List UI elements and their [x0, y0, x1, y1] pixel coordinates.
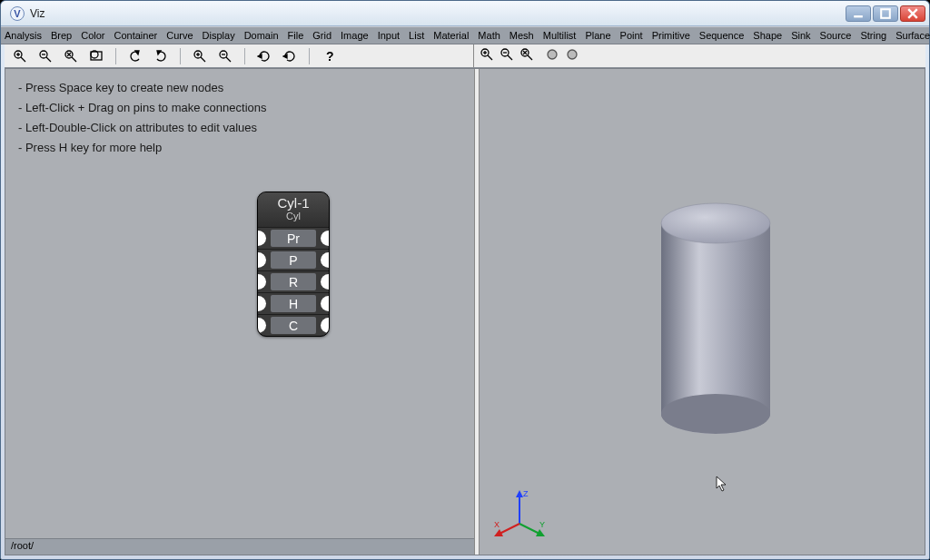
app-icon: V: [10, 6, 25, 21]
node-cyl-1[interactable]: Cyl-1 Cyl PrPRHC: [257, 192, 330, 337]
svg-line-24: [226, 57, 231, 62]
menu-point[interactable]: Point: [620, 30, 643, 41]
svg-marker-26: [258, 54, 262, 58]
zoom-in-button[interactable]: [480, 47, 494, 65]
menu-file[interactable]: File: [288, 30, 304, 41]
shade-b-icon: [565, 47, 579, 62]
menu-string[interactable]: String: [860, 30, 886, 41]
help-line: - Press H key for more help: [18, 138, 267, 158]
pin-in-icon[interactable]: [257, 318, 266, 333]
menu-grid[interactable]: Grid: [312, 30, 331, 41]
titlebar[interactable]: V Viz: [1, 1, 929, 26]
svg-line-20: [201, 57, 205, 62]
svg-point-41: [568, 50, 577, 59]
svg-line-12: [72, 57, 76, 62]
cursor-icon: [716, 476, 728, 495]
menu-plane[interactable]: Plane: [585, 30, 610, 41]
pin-out-icon[interactable]: [321, 274, 330, 290]
refresh-b-button[interactable]: [280, 47, 300, 65]
menu-list[interactable]: List: [409, 30, 424, 41]
menu-brep[interactable]: Brep: [51, 30, 72, 41]
zoom-out-button[interactable]: [500, 47, 514, 65]
menu-source[interactable]: Source: [820, 30, 852, 41]
svg-marker-45: [516, 490, 523, 497]
pin-in-icon[interactable]: [257, 252, 266, 268]
undo-button[interactable]: [125, 47, 145, 65]
refresh-a-button[interactable]: [254, 47, 274, 65]
pin-in-icon[interactable]: [257, 274, 266, 290]
shade-b-button[interactable]: [565, 47, 579, 65]
menu-mesh[interactable]: Mesh: [510, 30, 534, 41]
menu-color[interactable]: Color: [81, 30, 104, 41]
pin-in-icon[interactable]: [257, 231, 266, 246]
menu-shape[interactable]: Shape: [753, 30, 782, 41]
port-label[interactable]: R: [271, 273, 316, 290]
node-header[interactable]: Cyl-1 Cyl: [258, 192, 329, 227]
menu-domain[interactable]: Domain: [244, 30, 279, 41]
menu-math[interactable]: Math: [478, 30, 500, 41]
port-label[interactable]: C: [271, 317, 316, 334]
pin-out-icon[interactable]: [321, 231, 330, 246]
port-p[interactable]: P: [258, 249, 329, 270]
menu-surface[interactable]: Surface: [895, 30, 930, 41]
menu-curve[interactable]: Curve: [166, 30, 193, 41]
zoom-out-button[interactable]: [215, 47, 235, 65]
close-button[interactable]: [900, 5, 925, 22]
graph-pane[interactable]: - Press Space key to create new nodes- L…: [5, 69, 474, 555]
zoom-extents-icon: [89, 49, 104, 64]
svg-line-37: [528, 55, 532, 60]
svg-text:X: X: [494, 520, 500, 529]
pin-out-icon[interactable]: [321, 252, 330, 268]
menu-material[interactable]: Material: [433, 30, 469, 41]
zoom-reset-button[interactable]: [61, 47, 81, 65]
status-path: /root/: [11, 540, 34, 551]
viewport-pane[interactable]: Z Y X: [480, 69, 925, 555]
svg-line-5: [21, 57, 25, 62]
menubar: AnalysisBrepColorContainerCurveDisplayDo…: [1, 26, 929, 44]
port-label[interactable]: P: [271, 251, 316, 269]
port-h[interactable]: H: [258, 292, 329, 314]
menu-sink[interactable]: Sink: [791, 30, 810, 41]
port-label[interactable]: H: [271, 295, 316, 312]
menu-multilist[interactable]: Multilist: [543, 30, 577, 41]
menu-container[interactable]: Container: [114, 30, 158, 41]
menu-display[interactable]: Display: [203, 30, 235, 41]
menu-analysis[interactable]: Analysis: [5, 30, 42, 41]
zoom-in-button[interactable]: [190, 47, 210, 65]
pin-in-icon[interactable]: [257, 296, 266, 311]
shade-a-icon: [545, 47, 559, 62]
zoom-in-button[interactable]: [10, 47, 30, 65]
client-area: - Press Space key to create new nodes- L…: [5, 68, 925, 555]
app-window: V Viz AnalysisBrepColorContainerCurveDis…: [0, 0, 930, 560]
separator: [180, 48, 181, 64]
node-title: Cyl-1: [277, 195, 309, 211]
svg-point-42: [661, 394, 770, 434]
zoom-out-icon: [218, 49, 232, 64]
viewport-toolbar: [473, 44, 925, 68]
menu-primitive[interactable]: Primitive: [652, 30, 690, 41]
minimize-button[interactable]: [846, 5, 871, 22]
svg-text:?: ?: [326, 49, 334, 64]
menu-image[interactable]: Image: [341, 30, 369, 41]
port-label[interactable]: Pr: [271, 230, 316, 247]
menu-input[interactable]: Input: [378, 30, 400, 41]
graph-help-text: - Press Space key to create new nodes- L…: [18, 78, 267, 158]
port-r[interactable]: R: [258, 270, 329, 292]
refresh-b-icon: [282, 49, 297, 64]
zoom-reset-icon: [64, 49, 78, 64]
zoom-out-button[interactable]: [35, 47, 55, 65]
zoom-in-icon: [193, 49, 207, 64]
zoom-extents-button[interactable]: [86, 47, 106, 65]
port-pr[interactable]: Pr: [258, 227, 329, 249]
menu-sequence[interactable]: Sequence: [699, 30, 745, 41]
port-c[interactable]: C: [258, 314, 329, 336]
svg-line-30: [488, 55, 492, 60]
pin-out-icon[interactable]: [321, 318, 330, 333]
help-button[interactable]: ?: [319, 47, 339, 65]
svg-line-34: [508, 55, 512, 60]
redo-button[interactable]: [151, 47, 171, 65]
zoom-reset-button[interactable]: [519, 47, 534, 65]
pin-out-icon[interactable]: [321, 296, 330, 311]
maximize-button[interactable]: [873, 5, 898, 22]
shade-a-button[interactable]: [545, 47, 559, 65]
